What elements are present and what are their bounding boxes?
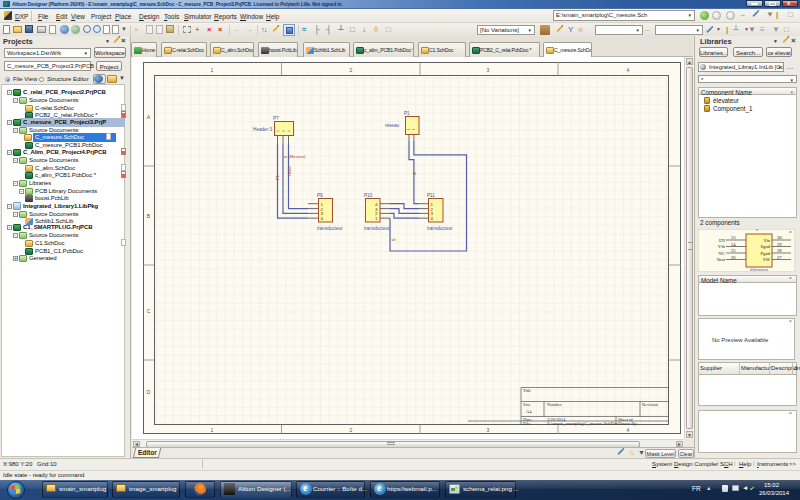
svg-text:P1: P1: [404, 111, 410, 116]
svg-text:1: 1: [211, 67, 214, 73]
svg-text:2: 2: [350, 427, 353, 433]
svg-text:EN: EN: [719, 238, 726, 243]
svg-text:N: N: [413, 171, 416, 176]
svg-text:Vin: Vin: [763, 238, 770, 243]
svg-text:D: D: [147, 389, 151, 395]
svg-text:27: 27: [777, 255, 782, 260]
svg-text:élevateur: élevateur: [750, 267, 769, 272]
svg-text:Sgnd: Sgnd: [761, 244, 771, 249]
svg-text:transducteur: transducteur: [427, 226, 453, 231]
svg-text:Size: Size: [523, 402, 531, 407]
svg-text:NC: NC: [719, 251, 725, 256]
svg-text:wl: wl: [392, 237, 396, 242]
svg-text:E:\smain_smartplug\C_mesure.Sc: E:\smain_smartplug\C_mesure.SchDoc: [547, 421, 618, 426]
svg-text:4: 4: [627, 67, 630, 73]
svg-text:30: 30: [777, 235, 782, 240]
svg-text:3: 3: [487, 67, 490, 73]
svg-text:28: 28: [777, 248, 782, 253]
svg-text:Header 3: Header 3: [253, 127, 272, 132]
svg-text:w (Mesure): w (Mesure): [284, 154, 306, 159]
svg-text:Revision: Revision: [642, 402, 659, 407]
svg-text:26: 26: [731, 255, 736, 260]
svg-text:25: 25: [731, 248, 736, 253]
svg-text:23: 23: [731, 235, 736, 240]
svg-text:4: 4: [627, 427, 630, 433]
svg-text:*: *: [756, 229, 758, 234]
svg-text:transducteur: transducteur: [317, 226, 343, 231]
svg-text:29: 29: [777, 242, 782, 247]
svg-text:SW: SW: [763, 257, 771, 262]
svg-text:File:: File:: [523, 421, 531, 426]
svg-text:Number: Number: [547, 402, 562, 407]
svg-text:Ph: Ph: [275, 174, 280, 180]
svg-text:2: 2: [350, 67, 353, 73]
svg-text:Title: Title: [523, 388, 531, 393]
svg-text:Pgnd: Pgnd: [761, 251, 771, 256]
svg-text:Vfb: Vfb: [718, 244, 726, 249]
svg-text:1: 1: [211, 427, 214, 433]
svg-text:Vout: Vout: [716, 257, 725, 262]
svg-text:transducteur: transducteur: [364, 226, 390, 231]
svg-text:A4: A4: [526, 409, 532, 414]
svg-text:GND: GND: [287, 166, 292, 176]
svg-text:P10: P10: [364, 193, 373, 198]
svg-text:3: 3: [487, 427, 490, 433]
svg-text:P11: P11: [427, 193, 435, 198]
svg-text:réseau: réseau: [385, 123, 399, 128]
svg-text:24: 24: [731, 242, 736, 247]
svg-text:Drawn By:: Drawn By:: [618, 421, 638, 426]
svg-text:P?: P?: [273, 116, 279, 121]
svg-text:P9: P9: [317, 193, 323, 198]
svg-text:C: C: [147, 308, 151, 314]
